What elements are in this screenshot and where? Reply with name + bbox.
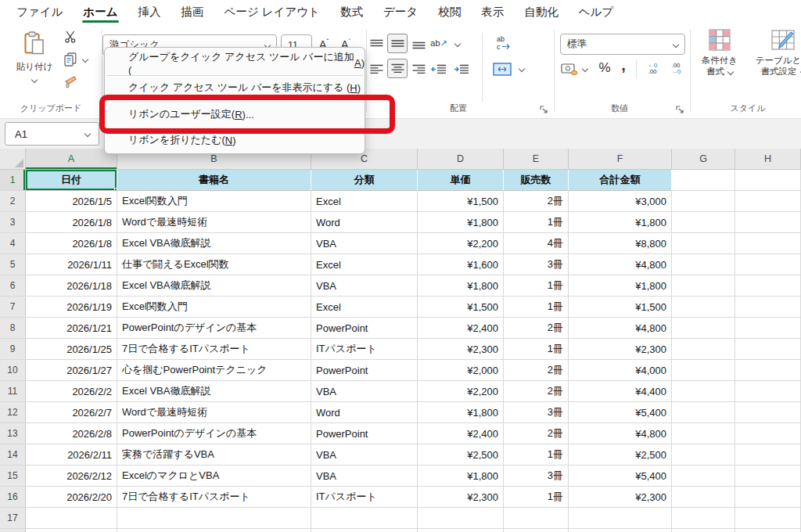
menu-item-add-group-to-qat[interactable]: グループをクイック アクセス ツール バーに追加(A) [105, 52, 365, 74]
cell-A15[interactable]: 2026/2/12 [26, 466, 117, 487]
format-painter-button[interactable] [63, 74, 78, 89]
cell-H15[interactable] [735, 466, 801, 487]
align-right-button[interactable] [410, 62, 427, 76]
cell-H6[interactable] [735, 275, 801, 297]
menu-item-customize-ribbon[interactable]: リボンのユーザー設定(R)... [105, 101, 365, 128]
cell-B15[interactable]: ExcelのマクロとVBA [117, 466, 311, 487]
column-header-H[interactable]: H [735, 149, 801, 170]
cell-H3[interactable] [735, 212, 801, 233]
cell-A8[interactable]: 2026/1/21 [26, 318, 117, 339]
cell-E11[interactable]: 2冊 [504, 381, 569, 402]
cell-G11[interactable] [672, 381, 735, 402]
increase-indent-button[interactable] [452, 62, 471, 76]
cell-E10[interactable]: 2冊 [504, 360, 569, 381]
cell-F13[interactable]: ¥4,800 [569, 423, 672, 444]
cell-F15[interactable]: ¥5,400 [569, 466, 672, 487]
decrease-indent-button[interactable] [429, 62, 448, 76]
conditional-formatting-button[interactable]: 条件付き 書式 [693, 28, 746, 77]
row-header-2[interactable]: 2 [0, 191, 26, 212]
cell-F6[interactable]: ¥1,800 [569, 275, 672, 297]
orientation-chevron-icon[interactable] [454, 41, 461, 47]
cell-A6[interactable]: 2026/1/18 [26, 275, 117, 297]
cell-G2[interactable] [672, 191, 735, 212]
menu-item-collapse-ribbon[interactable]: リボンを折りたたむ(N) [105, 129, 365, 151]
cell-F10[interactable]: ¥4,000 [569, 360, 672, 381]
menu-item-hide-qat[interactable]: クイック アクセス ツール バーを非表示にする (H) [105, 77, 365, 99]
cell-E12[interactable]: 3冊 [504, 402, 569, 423]
cell-E7[interactable]: 1冊 [504, 297, 569, 318]
row-header-1[interactable]: 1 [0, 170, 26, 191]
cell-G8[interactable] [672, 318, 735, 339]
cell-D6[interactable]: ¥1,800 [418, 275, 504, 297]
cell-B14[interactable]: 実務で活躍するVBA [117, 444, 311, 466]
cell-F17[interactable] [569, 508, 672, 529]
cell-A9[interactable]: 2026/1/25 [26, 339, 117, 360]
cell-F2[interactable]: ¥3,000 [569, 191, 672, 212]
cell-H11[interactable] [735, 381, 801, 402]
cell-G15[interactable] [672, 466, 735, 487]
cell-F4[interactable]: ¥8,800 [569, 233, 672, 254]
cell-E9[interactable]: 1冊 [504, 339, 569, 360]
cell-C8[interactable]: PowerPoint [311, 318, 418, 339]
cell-A16[interactable]: 2026/2/20 [26, 487, 117, 508]
cell-A3[interactable]: 2026/1/8 [26, 212, 117, 233]
row-header-12[interactable]: 12 [0, 402, 26, 423]
paste-button[interactable] [17, 30, 52, 56]
tab-page-layout[interactable]: ページ レイアウト [214, 0, 330, 23]
cell-G1[interactable] [672, 170, 735, 191]
tab-home[interactable]: ホーム [73, 0, 128, 23]
cell-H9[interactable] [735, 339, 801, 360]
cell-D11[interactable]: ¥2,200 [418, 381, 504, 402]
cell-C11[interactable]: VBA [311, 381, 418, 402]
cell-C7[interactable]: Excel [311, 297, 418, 318]
cell-B11[interactable]: Excel VBA徹底解説 [117, 381, 311, 402]
row-header-13[interactable]: 13 [0, 423, 26, 444]
cell-F8[interactable]: ¥4,800 [569, 318, 672, 339]
cell-E14[interactable]: 1冊 [504, 444, 569, 466]
column-header-F[interactable]: F [569, 149, 672, 170]
cell-D7[interactable]: ¥1,500 [418, 297, 504, 318]
cell-H1[interactable] [735, 170, 801, 191]
cut-button[interactable] [63, 30, 78, 44]
column-header-E[interactable]: E [504, 149, 569, 170]
decrease-decimal-button[interactable]: .00 →0 [665, 63, 687, 75]
cell-C2[interactable]: Excel [311, 191, 418, 212]
cell-E3[interactable]: 1冊 [504, 212, 569, 233]
cell-G13[interactable] [672, 423, 735, 444]
cell-B3[interactable]: Wordで最速時短術 [117, 212, 311, 233]
fill-handle[interactable] [114, 188, 117, 191]
cell-D14[interactable]: ¥2,500 [418, 444, 504, 466]
cell-C5[interactable]: Excel [311, 254, 418, 275]
cell-F1[interactable]: 合計金額 [569, 170, 672, 191]
row-header-5[interactable]: 5 [0, 254, 26, 275]
tab-help[interactable]: ヘルプ [569, 0, 624, 23]
cell-F9[interactable]: ¥2,300 [569, 339, 672, 360]
tab-insert[interactable]: 挿入 [128, 0, 171, 23]
row-header-4[interactable]: 4 [0, 233, 26, 254]
cell-H10[interactable] [735, 360, 801, 381]
cell-E17[interactable] [504, 508, 569, 529]
row-header-3[interactable]: 3 [0, 212, 26, 233]
tab-formulas[interactable]: 数式 [330, 0, 373, 23]
row-header-15[interactable]: 15 [0, 466, 26, 487]
cell-H5[interactable] [735, 254, 801, 275]
cell-G12[interactable] [672, 402, 735, 423]
row-header-17[interactable]: 17 [0, 508, 26, 529]
cell-C4[interactable]: VBA [311, 233, 418, 254]
cell-G10[interactable] [672, 360, 735, 381]
cell-H8[interactable] [735, 318, 801, 339]
cell-G4[interactable] [672, 233, 735, 254]
cell-A5[interactable]: 2026/1/11 [26, 254, 117, 275]
cell-H2[interactable] [735, 191, 801, 212]
tab-automate[interactable]: 自動化 [514, 0, 569, 23]
row-header-11[interactable]: 11 [0, 381, 26, 402]
cell-G16[interactable] [672, 487, 735, 508]
align-left-button[interactable] [368, 62, 385, 76]
cell-F12[interactable]: ¥5,400 [569, 402, 672, 423]
alignment-dialog-launcher[interactable] [540, 106, 548, 113]
cell-D1[interactable]: 単価 [418, 170, 504, 191]
cell-C14[interactable]: VBA [311, 444, 418, 466]
column-header-D[interactable]: D [418, 149, 504, 170]
cell-B12[interactable]: Wordで最速時短術 [117, 402, 311, 423]
cell-C6[interactable]: VBA [311, 275, 418, 297]
